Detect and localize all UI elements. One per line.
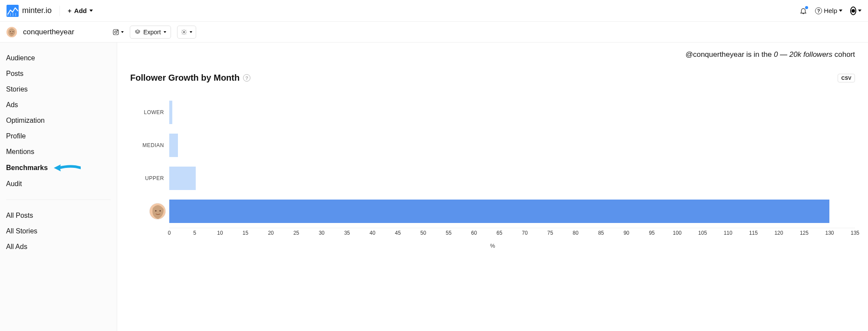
- layers-icon: [135, 29, 141, 35]
- export-button[interactable]: Export: [130, 26, 171, 39]
- caret-down-icon: [164, 31, 166, 33]
- chart-row: LOWER: [130, 96, 855, 129]
- sidebar-item-label: All Stories: [6, 227, 37, 235]
- x-tick: 50: [420, 230, 426, 236]
- sidebar-item-benchmarks[interactable]: Benchmarks: [6, 160, 111, 176]
- cohort-line: @conquertheyear is in the 0 — 20k follow…: [130, 50, 855, 59]
- sidebar-item-label: Profile: [6, 132, 26, 140]
- account-menu[interactable]: [850, 5, 861, 16]
- plus-icon: +: [68, 7, 72, 14]
- sidebar-item-label: Posts: [6, 70, 23, 77]
- chart-row-label: MEDIAN: [130, 142, 169, 148]
- sidebar-item-audit[interactable]: Audit: [6, 176, 111, 192]
- cohort-pre: @conquertheyear is in the: [685, 50, 773, 59]
- profile-avatar-icon: [149, 203, 166, 220]
- settings-button[interactable]: [177, 26, 196, 39]
- sidebar-item-all-posts[interactable]: All Posts: [6, 208, 111, 223]
- svg-point-6: [10, 31, 11, 32]
- chart-bar: [169, 167, 196, 190]
- export-label: Export: [143, 29, 161, 36]
- x-tick: 55: [446, 230, 451, 236]
- sidebar-item-ads[interactable]: Ads: [6, 97, 111, 113]
- profile-avatar[interactable]: [7, 27, 17, 37]
- x-tick: 5: [193, 230, 196, 236]
- sidebar-item-label: All Ads: [6, 243, 27, 250]
- section-title-text: Follower Growth by Month: [130, 73, 240, 83]
- profile-name: conquertheyear: [23, 28, 74, 36]
- sidebar-item-mentions[interactable]: Mentions: [6, 144, 111, 160]
- chart-bar: [169, 101, 172, 124]
- svg-point-13: [155, 210, 156, 211]
- sidebar-item-profile[interactable]: Profile: [6, 128, 111, 144]
- chart-bar-track: [169, 195, 855, 228]
- sidebar-item-optimization[interactable]: Optimization: [6, 113, 111, 128]
- sidebar-item-all-stories[interactable]: All Stories: [6, 223, 111, 239]
- top-left: minter.io + Add: [7, 5, 93, 17]
- chart-bar-track: [169, 96, 855, 129]
- brand-name: minter.io: [22, 6, 52, 15]
- svg-point-10: [117, 30, 118, 30]
- platform-selector[interactable]: [112, 26, 124, 38]
- svg-rect-0: [7, 5, 19, 17]
- x-tick: 100: [673, 230, 681, 236]
- x-axis-label: %: [130, 243, 855, 249]
- x-tick: 15: [243, 230, 248, 236]
- notification-dot-icon: [805, 6, 808, 9]
- sidebar-item-posts[interactable]: Posts: [6, 66, 111, 82]
- sidebar-item-label: Benchmarks: [6, 164, 48, 172]
- x-tick: 35: [344, 230, 350, 236]
- svg-point-7: [13, 31, 13, 32]
- help-label: Help: [824, 7, 837, 14]
- x-tick: 25: [293, 230, 299, 236]
- chart-bar: [169, 200, 829, 223]
- chart-row: UPPER: [130, 162, 855, 195]
- chart-bar-track: [169, 162, 855, 195]
- x-tick: 95: [649, 230, 654, 236]
- add-button[interactable]: + Add: [68, 7, 93, 14]
- user-icon: [850, 7, 856, 15]
- chart-row-label: LOWER: [130, 109, 169, 115]
- main-content: @conquertheyear is in the 0 — 20k follow…: [117, 43, 868, 331]
- x-tick: 90: [624, 230, 629, 236]
- x-tick: 125: [800, 230, 809, 236]
- sidebar-item-label: Mentions: [6, 148, 34, 155]
- svg-point-14: [159, 210, 161, 211]
- caret-down-icon: [190, 31, 192, 33]
- help-tooltip-icon[interactable]: ?: [243, 74, 250, 82]
- x-tick: 45: [395, 230, 401, 236]
- csv-button[interactable]: CSV: [838, 74, 855, 82]
- top-right: ? Help: [799, 5, 861, 16]
- sidebar-item-label: Stories: [6, 85, 28, 93]
- cohort-range: 0 — 20k followers: [774, 50, 832, 59]
- x-tick: 75: [547, 230, 553, 236]
- svg-point-11: [183, 31, 185, 33]
- chart-bar: [169, 134, 178, 157]
- sidebar-item-audience[interactable]: Audience: [6, 50, 111, 66]
- sidebar-item-stories[interactable]: Stories: [6, 82, 111, 97]
- sidebar-item-label: Ads: [6, 101, 18, 108]
- x-tick: 40: [369, 230, 375, 236]
- help-icon: ?: [815, 7, 822, 14]
- x-axis: 0510152025303540455055606570758085909510…: [169, 228, 855, 242]
- add-label: Add: [74, 7, 87, 14]
- help-button[interactable]: ? Help: [815, 7, 842, 14]
- chart-bar-track: [169, 129, 855, 162]
- chart-row: [130, 195, 855, 228]
- main-layout: AudiencePostsStoriesAdsOptimizationProfi…: [0, 43, 868, 331]
- sidebar-item-all-ads[interactable]: All Ads: [6, 239, 111, 255]
- section-header: Follower Growth by Month ? CSV: [130, 73, 855, 83]
- logo-icon: [7, 5, 19, 17]
- divider: [6, 200, 111, 200]
- notifications-button[interactable]: [799, 7, 807, 15]
- divider: [59, 6, 60, 16]
- chart-row: MEDIAN: [130, 129, 855, 162]
- x-tick: 0: [168, 230, 171, 236]
- x-tick: 110: [723, 230, 732, 236]
- chart-row-label: UPPER: [130, 175, 169, 181]
- x-tick: 115: [749, 230, 758, 236]
- caret-down-icon: [858, 10, 861, 12]
- section-title: Follower Growth by Month ?: [130, 73, 250, 83]
- brand-logo[interactable]: minter.io: [7, 5, 52, 17]
- caret-down-icon: [89, 10, 93, 12]
- caret-down-icon: [121, 31, 124, 33]
